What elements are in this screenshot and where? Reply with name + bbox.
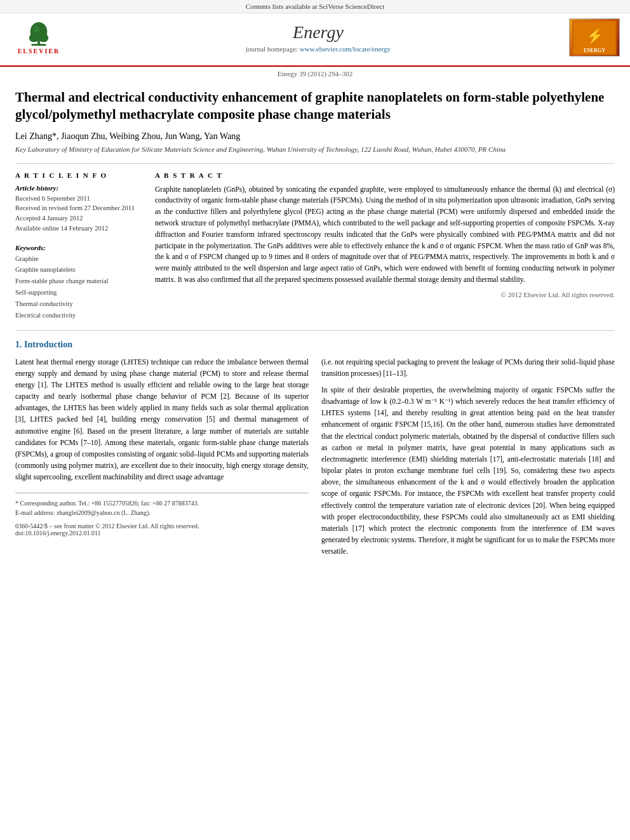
section-divider: [15, 330, 615, 331]
journal-header: Contents lists available at SciVerse Sci…: [0, 0, 630, 67]
keyword-3: Form-stable phase change material: [15, 276, 142, 287]
keyword-4: Self-supporting: [15, 287, 142, 298]
article-info-header: A R T I C L E I N F O: [15, 171, 142, 179]
section-title: 1. Introduction: [15, 340, 615, 350]
journal-name: Energy: [67, 22, 569, 43]
left-column: A R T I C L E I N F O Article history: R…: [15, 171, 142, 321]
keywords-section: Keywords: Graphite Graphite nanoplatelet…: [15, 244, 142, 321]
authors: Lei Zhang*, Jiaoqun Zhu, Weibing Zhou, J…: [15, 131, 615, 142]
body-columns: Latent heat thermal energy storage (LHTE…: [15, 356, 615, 563]
svg-point-4: [39, 34, 48, 42]
footnote-area: * Corresponding author. Tel.: +86 155277…: [15, 493, 309, 517]
svg-text:⚡: ⚡: [586, 27, 604, 44]
article-title: Thermal and electrical conductivity enha…: [15, 89, 615, 124]
author-affiliation: Key Laboratory of Ministry of Education …: [15, 145, 615, 153]
doi-line: doi:10.1016/j.energy.2012.01.011: [15, 530, 309, 537]
keyword-1: Graphite: [15, 253, 142, 265]
elsevier-logo: ELSEVIER: [10, 18, 67, 57]
svg-text:ENERGY: ENERGY: [584, 48, 605, 53]
footnote-email: E-mail address: zhanglei2009@yahoo.cn (L…: [15, 508, 309, 517]
journal-top-bar: Contents lists available at SciVerse Sci…: [0, 0, 630, 13]
keywords-label: Keywords:: [15, 244, 142, 251]
sciverse-label: Contents lists available at SciVerse Sci…: [246, 3, 384, 10]
issn-line: 0360-5442/$ – see front matter © 2012 El…: [15, 523, 309, 530]
elsevier-text: ELSEVIER: [18, 48, 60, 55]
abstract-header: A B S T R A C T: [155, 171, 615, 179]
svg-point-3: [29, 34, 39, 42]
main-content: Thermal and electrical conductivity enha…: [0, 79, 630, 572]
introduction-section: 1. Introduction Latent heat thermal ener…: [15, 340, 615, 563]
received-date: Received 6 September 2011: [15, 194, 142, 204]
copyright-line: © 2012 Elsevier Ltd. All rights reserved…: [155, 291, 615, 298]
journal-homepage: journal homepage: www.elsevier.com/locat…: [67, 45, 569, 53]
keyword-6: Electrical conductivity: [15, 310, 142, 321]
footnote-corresponding: * Corresponding author. Tel.: +86 155277…: [15, 498, 309, 508]
elsevier-tree-icon: [20, 21, 58, 46]
revised-date: Received in revised form 27 December 201…: [15, 203, 142, 213]
journal-title-center: Energy journal homepage: www.elsevier.co…: [67, 22, 569, 53]
article-ref: Energy 39 (2012) 294–302: [278, 70, 353, 77]
abstract-text: Graphite nanoplatelets (GnPs), obtained …: [155, 184, 615, 286]
body-right: (i.e. not requiring special packaging to…: [321, 356, 615, 563]
available-date: Available online 14 February 2012: [15, 223, 142, 234]
intro-para2: (i.e. not requiring special packaging to…: [321, 356, 615, 557]
journal-cover-icon: ⚡ ENERGY: [572, 20, 617, 55]
keyword-2: Graphite nanoplatelets: [15, 264, 142, 276]
history-label: Article history:: [15, 184, 142, 192]
doi-bar: 0360-5442/$ – see front matter © 2012 El…: [15, 523, 309, 537]
svg-point-5: [33, 25, 39, 32]
article-history: Article history: Received 6 September 20…: [15, 184, 142, 234]
svg-rect-1: [32, 44, 46, 46]
body-left: Latent heat thermal energy storage (LHTE…: [15, 356, 309, 563]
right-column: A B S T R A C T Graphite nanoplatelets (…: [155, 171, 615, 321]
journal-thumbnail: ⚡ ENERGY: [569, 18, 620, 57]
journal-banner: ELSEVIER Energy journal homepage: www.el…: [0, 13, 630, 62]
accepted-date: Accepted 4 January 2012: [15, 213, 142, 223]
article-info-bar: Energy 39 (2012) 294–302: [0, 67, 630, 79]
article-columns: A R T I C L E I N F O Article history: R…: [15, 163, 615, 321]
journal-url[interactable]: www.elsevier.com/locate/energy: [300, 45, 391, 53]
abstract-section: A B S T R A C T Graphite nanoplatelets (…: [155, 171, 615, 298]
intro-para1: Latent heat thermal energy storage (LHTE…: [15, 356, 309, 483]
keyword-5: Thermal conductivity: [15, 298, 142, 310]
